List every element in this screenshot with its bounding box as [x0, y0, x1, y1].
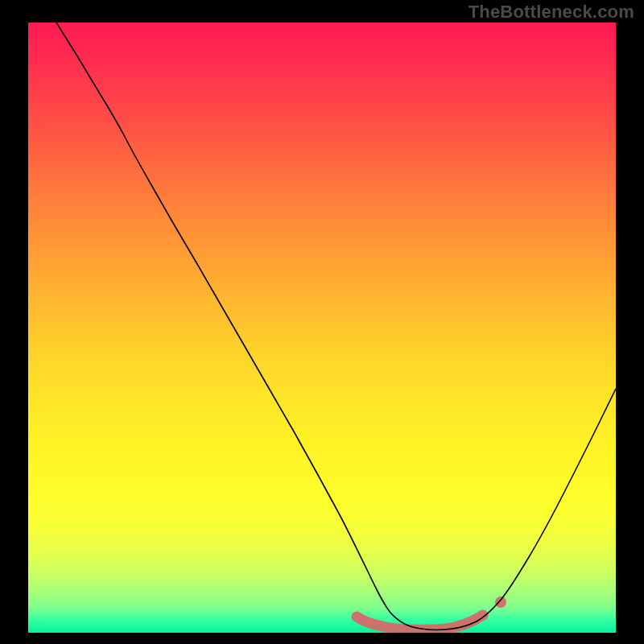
plot-area — [28, 23, 616, 633]
optimal-range-highlight — [357, 615, 483, 630]
curve-svg — [28, 23, 616, 633]
optimal-range-end-dot — [495, 597, 506, 608]
chart-frame: TheBottleneck.com — [0, 0, 644, 644]
watermark-text: TheBottleneck.com — [469, 2, 634, 23]
bottleneck-curve — [56, 23, 616, 630]
